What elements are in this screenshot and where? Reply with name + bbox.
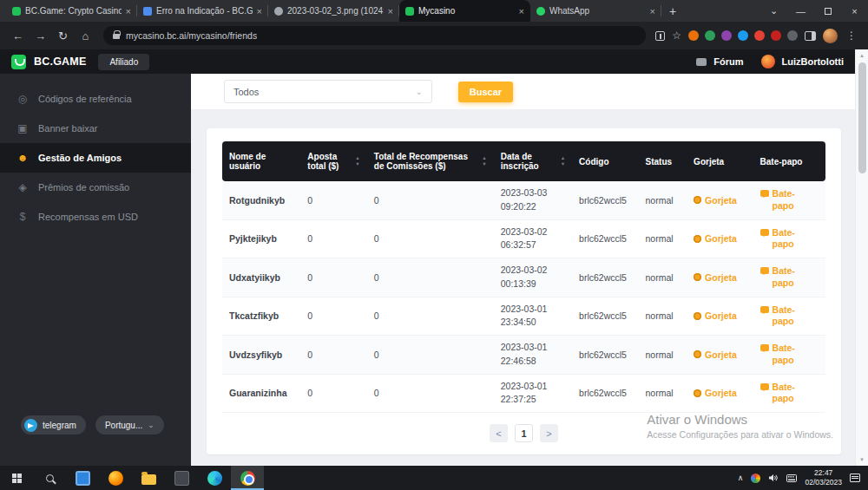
column-header[interactable]: Data de inscrição▲▼ — [494, 141, 572, 181]
minimize-button[interactable]: — — [787, 0, 814, 22]
chat-link[interactable]: Bate-papo — [760, 188, 802, 212]
forward-button[interactable]: → — [30, 26, 50, 46]
forum-link[interactable]: Fórum — [713, 56, 743, 67]
sidebar-item-recompensas-em-usd[interactable]: $Recompensas em USD — [0, 202, 191, 232]
current-page-button[interactable]: 1 — [515, 424, 533, 442]
browser-tab[interactable]: WhatsApp× — [530, 0, 661, 22]
browser-profile-avatar[interactable] — [823, 29, 838, 43]
tip-link[interactable]: Gorjeta — [694, 233, 737, 244]
browser-tab[interactable]: Erro na Indicação - BC.Game× — [137, 0, 268, 22]
sidebar-item-label: Banner baixar — [38, 123, 98, 134]
extension-icon[interactable] — [787, 30, 798, 41]
telegram-icon — [24, 419, 37, 432]
taskbar-file-explorer[interactable] — [132, 466, 165, 490]
extension-icon[interactable] — [738, 30, 748, 41]
forum-chat-icon[interactable] — [696, 58, 707, 66]
browser-menu-icon[interactable]: ⋮ — [845, 29, 858, 42]
buscar-button[interactable]: Buscar — [458, 82, 513, 102]
sidebar-item-gestao-de-amigos[interactable]: ☻Gestão de Amigos — [0, 143, 191, 173]
date-value: 2023-03-03 — [501, 186, 565, 200]
maximize-button[interactable] — [814, 0, 841, 22]
tip-link[interactable]: Gorjeta — [694, 195, 737, 206]
afiliado-tab[interactable]: Afiliado — [98, 54, 149, 70]
column-header-inner: Gorjeta — [694, 157, 746, 167]
tip-link[interactable]: Gorjeta — [694, 272, 737, 283]
tab-close-icon[interactable]: × — [519, 6, 524, 16]
date-value: 2023-03-01 — [501, 380, 565, 394]
taskbar-clock[interactable]: 22:47 02/03/2023 — [805, 468, 842, 487]
cell-status: normal — [639, 336, 687, 375]
scrollbar-thumb[interactable] — [858, 62, 866, 173]
sidebar-item-codigos-de-referencia[interactable]: ◎Códigos de referência — [0, 84, 191, 114]
chat-link[interactable]: Bate-papo — [760, 304, 802, 328]
scroll-down-icon[interactable]: ▼ — [856, 454, 868, 466]
extension-icon[interactable] — [771, 30, 781, 41]
volume-icon[interactable] — [768, 470, 779, 486]
sort-icons[interactable]: ▲▼ — [355, 156, 359, 167]
extension-icon[interactable] — [754, 30, 765, 41]
chat-link[interactable]: Bate-papo — [760, 343, 802, 366]
tab-close-icon[interactable]: × — [257, 6, 262, 16]
reload-button[interactable]: ↻ — [53, 26, 73, 46]
page-scrollbar[interactable]: ▲ ▼ — [855, 49, 868, 466]
tab-close-icon[interactable]: × — [388, 6, 393, 16]
sort-icons[interactable]: ▲▼ — [482, 156, 486, 167]
browser-tab[interactable]: Mycasino× — [399, 0, 530, 22]
next-page-button[interactable]: > — [540, 424, 558, 442]
browser-tab[interactable]: BC.Game: Crypto Casino Gam× — [6, 0, 137, 22]
taskbar-app-dark[interactable] — [165, 466, 198, 490]
keyboard-icon[interactable] — [786, 470, 797, 486]
language-selector[interactable]: Portugu... ⌄ — [95, 415, 164, 434]
taskbar-app-firefox[interactable] — [99, 466, 132, 490]
start-button[interactable] — [0, 466, 33, 490]
chat-link[interactable]: Bate-papo — [760, 227, 802, 251]
bcgame-logo-icon[interactable] — [11, 55, 26, 69]
tab-strip: BC.Game: Crypto Casino Gam×Erro na Indic… — [6, 0, 661, 22]
hidden-icons-chevron[interactable]: ∧ — [738, 474, 744, 482]
telegram-button[interactable]: telegram — [21, 415, 86, 434]
tab-search-button[interactable]: ⌄ — [760, 0, 787, 22]
sidebar-item-banner-baixar[interactable]: ▣Banner baixar — [0, 114, 191, 143]
tab-close-icon[interactable]: × — [650, 6, 655, 16]
site-logo-text[interactable]: BC.GAME — [34, 56, 86, 68]
taskbar-app-swirl[interactable] — [198, 466, 231, 490]
sort-icons[interactable]: ▲▼ — [561, 156, 565, 167]
home-button[interactable]: ⌂ — [76, 26, 95, 46]
tip-link[interactable]: Gorjeta — [694, 350, 737, 360]
action-center-icon[interactable] — [850, 474, 860, 482]
cell-rewards-total: 0 — [367, 336, 494, 375]
username-label[interactable]: LuizBortolotti — [782, 56, 844, 67]
cell-code: brlc62wccl5 — [572, 374, 638, 413]
sidebar-item-premios-de-comissao[interactable]: ◈Prêmios de comissão — [0, 173, 191, 202]
extension-icon[interactable] — [721, 30, 732, 41]
share-icon[interactable] — [655, 31, 665, 41]
user-avatar[interactable] — [761, 55, 775, 69]
column-header[interactable]: Aposta total ($)▲▼ — [300, 141, 366, 181]
taskbar-search-button[interactable] — [33, 466, 66, 490]
chat-link[interactable]: Bate-papo — [760, 265, 802, 289]
column-header[interactable]: Total de Recompensas de Comissões ($)▲▼ — [367, 141, 494, 181]
tip-link[interactable]: Gorjeta — [694, 388, 737, 398]
extension-icon[interactable] — [705, 30, 715, 41]
side-panel-icon[interactable] — [805, 31, 816, 41]
column-header-inner: Aposta total ($)▲▼ — [307, 152, 359, 171]
address-bar[interactable]: mycasino.bc.ai/mycasino/friends — [103, 26, 646, 45]
chat-link[interactable]: Bate-papo — [760, 382, 802, 405]
extension-icon[interactable] — [688, 30, 699, 41]
new-tab-button[interactable]: + — [661, 0, 684, 22]
taskbar-app-blue[interactable] — [66, 466, 99, 490]
scroll-up-icon[interactable]: ▲ — [856, 49, 868, 62]
back-button[interactable]: ← — [8, 26, 28, 46]
tray-app-icon[interactable] — [751, 474, 760, 483]
url-text[interactable]: mycasino.bc.ai/mycasino/friends — [126, 30, 257, 41]
tip-link[interactable]: Gorjeta — [694, 310, 737, 321]
taskbar-chrome[interactable] — [231, 466, 264, 490]
prev-page-button[interactable]: < — [490, 424, 508, 442]
bookmark-star-icon[interactable]: ☆ — [672, 29, 681, 42]
cell-rewards-total: 0 — [367, 374, 494, 413]
close-button[interactable]: × — [841, 0, 868, 22]
lock-icon[interactable] — [113, 34, 120, 39]
filter-type-select[interactable]: Todos ⌄ — [224, 80, 432, 103]
browser-tab[interactable]: 2023-03-02_3.png (1024×76× — [268, 0, 399, 22]
tab-close-icon[interactable]: × — [126, 6, 131, 16]
